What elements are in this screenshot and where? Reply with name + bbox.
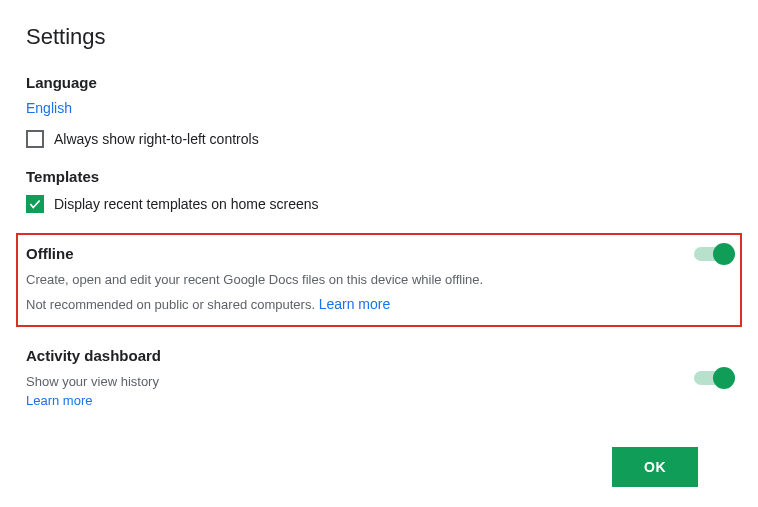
- templates-checkbox-row: Display recent templates on home screens: [26, 195, 732, 213]
- activity-header-row: Activity dashboard Show your view histor…: [26, 347, 732, 410]
- templates-checkbox-label: Display recent templates on home screens: [54, 196, 319, 212]
- offline-desc-2-prefix: Not recommended on public or shared comp…: [26, 297, 319, 312]
- activity-title: Activity dashboard: [26, 347, 161, 364]
- language-title: Language: [26, 74, 732, 91]
- activity-toggle[interactable]: [694, 371, 732, 385]
- rtl-checkbox-row: Always show right-to-left controls: [26, 130, 732, 148]
- offline-desc-2: Not recommended on public or shared comp…: [26, 294, 732, 315]
- activity-learn-more-link[interactable]: Learn more: [26, 393, 92, 408]
- ok-button[interactable]: OK: [612, 447, 698, 487]
- activity-section: Activity dashboard Show your view histor…: [26, 347, 732, 410]
- rtl-checkbox-label: Always show right-to-left controls: [54, 131, 259, 147]
- activity-desc: Show your view history: [26, 372, 161, 392]
- offline-toggle[interactable]: [694, 247, 732, 261]
- activity-toggle-thumb: [713, 367, 735, 389]
- page-title: Settings: [26, 24, 732, 50]
- language-section: Language English Always show right-to-le…: [26, 74, 732, 148]
- offline-title: Offline: [26, 245, 74, 262]
- language-value-link[interactable]: English: [26, 100, 72, 116]
- offline-header-row: Offline: [26, 245, 732, 262]
- offline-toggle-thumb: [713, 243, 735, 265]
- offline-desc-1: Create, open and edit your recent Google…: [26, 270, 732, 290]
- templates-section: Templates Display recent templates on ho…: [26, 168, 732, 213]
- offline-section-highlight: Offline Create, open and edit your recen…: [16, 233, 742, 327]
- templates-checkbox[interactable]: [26, 195, 44, 213]
- activity-left: Activity dashboard Show your view histor…: [26, 347, 161, 410]
- offline-learn-more-link[interactable]: Learn more: [319, 296, 391, 312]
- check-icon: [28, 197, 42, 211]
- rtl-checkbox[interactable]: [26, 130, 44, 148]
- templates-title: Templates: [26, 168, 732, 185]
